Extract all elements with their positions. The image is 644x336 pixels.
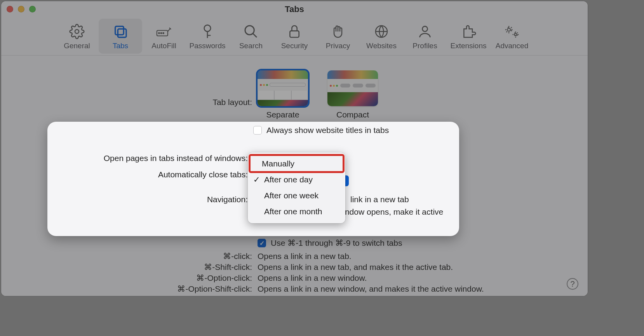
tab-label: Extensions [451, 42, 487, 50]
autofill-icon [156, 22, 172, 41]
shortcut-key: ⌘-Option-click: [1, 273, 258, 283]
tab-extensions[interactable]: Extensions [447, 19, 490, 54]
auto-close-label: Automatically close tabs: [47, 170, 253, 179]
lock-icon [287, 22, 302, 41]
shortcut-key: ⌘-Option-Shift-click: [1, 284, 258, 294]
svg-point-5 [161, 32, 162, 33]
help-glyph: ? [570, 280, 574, 289]
auto-close-dropdown[interactable]: Manually ✓ After one day After one week … [248, 152, 345, 223]
person-icon [417, 22, 433, 41]
puzzle-icon [461, 22, 476, 41]
tab-label: Privacy [326, 42, 350, 50]
tabs-icon [113, 22, 128, 41]
svg-rect-1 [115, 26, 124, 35]
checkbox-cmd-switch[interactable] [258, 239, 266, 247]
checkmark-icon: ✓ [253, 175, 260, 184]
dropdown-option-label: After one day [264, 175, 313, 184]
help-button[interactable]: ? [567, 278, 578, 290]
tab-search[interactable]: Search [229, 19, 273, 54]
shortcut-desc: Opens a link in a new window. [258, 273, 367, 283]
window-title: Tabs [1, 4, 588, 14]
open-pages-label: Open pages in tabs instead of windows: [47, 154, 253, 163]
dropdown-option-label: Manually [262, 159, 294, 168]
tab-layout-label: Tab layout: [1, 70, 258, 107]
shortcut-desc: Opens a link in a new tab. [258, 252, 352, 261]
tab-privacy[interactable]: Privacy [316, 19, 360, 54]
dropdown-option-one-day[interactable]: ✓ After one day [248, 172, 345, 187]
svg-point-7 [204, 25, 211, 32]
svg-point-12 [507, 28, 510, 31]
tab-websites[interactable]: Websites [360, 19, 403, 54]
tab-label: Profiles [413, 42, 437, 50]
gear-icon [69, 22, 85, 41]
shortcut-desc: Opens a link in a new tab, and makes it … [258, 262, 453, 272]
layout-compact-label: Compact [336, 110, 369, 119]
layout-option-separate[interactable] [258, 70, 308, 106]
shortcut-key: ⌘-Shift-click: [1, 262, 258, 272]
layout-option-compact[interactable] [327, 70, 378, 106]
dropdown-option-label: After one month [264, 207, 322, 216]
dropdown-option-one-week[interactable]: After one week [248, 187, 345, 203]
shortcut-desc: Opens a link in a new window, and makes … [258, 284, 484, 294]
preferences-toolbar: General Tabs AutoFill Passwords Search [1, 17, 588, 56]
svg-point-0 [75, 30, 79, 33]
svg-point-11 [422, 26, 427, 31]
globe-icon [374, 22, 389, 41]
always-show-titles-label: Always show website titles in tabs [266, 126, 389, 135]
tab-tabs[interactable]: Tabs [99, 19, 142, 54]
cmd-switch-row: Use ⌘-1 through ⌘-9 to switch tabs ⌘-cli… [1, 238, 484, 294]
tab-label: Security [281, 42, 308, 50]
tab-label: Websites [366, 42, 397, 50]
tab-general[interactable]: General [55, 19, 99, 54]
tab-label: Advanced [496, 42, 529, 50]
svg-point-8 [245, 26, 254, 35]
svg-point-4 [158, 32, 160, 33]
tab-label: Passwords [190, 42, 226, 50]
tab-label: Search [239, 42, 263, 50]
tab-label: AutoFill [151, 42, 176, 50]
tab-label: General [64, 42, 90, 50]
layout-separate-label: Separate [266, 110, 299, 119]
svg-point-6 [163, 32, 164, 33]
tab-security[interactable]: Security [273, 19, 316, 54]
checkbox-always-show-titles[interactable] [253, 126, 262, 135]
tab-passwords[interactable]: Passwords [186, 19, 229, 54]
tab-advanced[interactable]: Advanced [490, 19, 534, 54]
gears-icon [503, 22, 520, 41]
dropdown-option-label: After one week [264, 191, 319, 200]
dropdown-option-one-month[interactable]: After one month [248, 203, 345, 219]
dropdown-option-manually[interactable]: Manually [250, 156, 343, 172]
tab-label: Tabs [113, 42, 128, 50]
navigation-label: Navigation: [47, 195, 253, 204]
svg-rect-9 [290, 31, 299, 37]
hand-icon [330, 22, 346, 41]
search-icon [243, 22, 259, 41]
tab-profiles[interactable]: Profiles [403, 19, 447, 54]
svg-rect-2 [118, 29, 126, 37]
nav-partial-text: link in a new tab [350, 195, 409, 204]
cmd-switch-label: Use ⌘-1 through ⌘-9 to switch tabs [271, 238, 402, 248]
tab-autofill[interactable]: AutoFill [142, 19, 186, 54]
key-icon [200, 22, 215, 41]
shortcut-key: ⌘-click: [1, 252, 258, 261]
